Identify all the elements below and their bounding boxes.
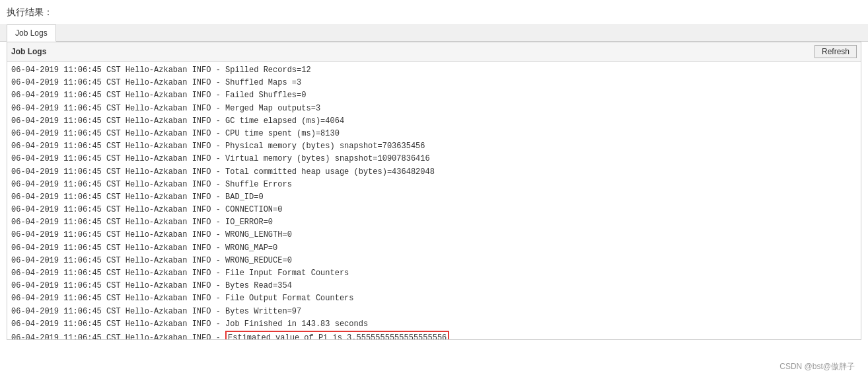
log-line: 06-04-2019 11:06:45 CST Hello-Azkaban IN… bbox=[11, 242, 857, 255]
log-line: 06-04-2019 11:06:45 CST Hello-Azkaban IN… bbox=[11, 166, 857, 179]
tab-bar: Job Logs bbox=[0, 24, 868, 42]
tab-job-logs[interactable]: Job Logs bbox=[7, 24, 56, 42]
log-line: 06-04-2019 11:06:45 CST Hello-Azkaban IN… bbox=[11, 255, 857, 267]
log-line: 06-04-2019 11:06:45 CST Hello-Azkaban IN… bbox=[11, 77, 857, 89]
log-line: 06-04-2019 11:06:45 CST Hello-Azkaban IN… bbox=[11, 216, 857, 229]
log-header-title: Job Logs bbox=[11, 47, 46, 56]
log-line: 06-04-2019 11:06:45 CST Hello-Azkaban IN… bbox=[11, 292, 857, 305]
log-line: 06-04-2019 11:06:45 CST Hello-Azkaban IN… bbox=[11, 331, 857, 339]
log-line: 06-04-2019 11:06:45 CST Hello-Azkaban IN… bbox=[11, 89, 857, 102]
log-line: 06-04-2019 11:06:45 CST Hello-Azkaban IN… bbox=[11, 179, 857, 191]
log-line: 06-04-2019 11:06:45 CST Hello-Azkaban IN… bbox=[11, 204, 857, 216]
log-line: 06-04-2019 11:06:45 CST Hello-Azkaban IN… bbox=[11, 103, 857, 115]
execution-title: 执行结果： bbox=[0, 7, 868, 24]
log-line: 06-04-2019 11:06:45 CST Hello-Azkaban IN… bbox=[11, 267, 857, 280]
log-line: 06-04-2019 11:06:45 CST Hello-Azkaban IN… bbox=[11, 153, 857, 165]
refresh-button[interactable]: Refresh bbox=[814, 45, 857, 58]
log-line: 06-04-2019 11:06:45 CST Hello-Azkaban IN… bbox=[11, 191, 857, 204]
log-line: 06-04-2019 11:06:45 CST Hello-Azkaban IN… bbox=[11, 318, 857, 331]
log-panel: Job Logs Refresh 06-04-2019 11:06:45 CST… bbox=[7, 42, 861, 340]
log-line: 06-04-2019 11:06:45 CST Hello-Azkaban IN… bbox=[11, 115, 857, 128]
log-line: 06-04-2019 11:06:45 CST Hello-Azkaban IN… bbox=[11, 229, 857, 241]
log-header: Job Logs Refresh bbox=[7, 42, 861, 62]
page-container: 执行结果： Job Logs Job Logs Refresh 06-04-20… bbox=[0, 0, 868, 340]
log-line: 06-04-2019 11:06:45 CST Hello-Azkaban IN… bbox=[11, 140, 857, 153]
log-line: 06-04-2019 11:06:45 CST Hello-Azkaban IN… bbox=[11, 306, 857, 318]
log-line: 06-04-2019 11:06:45 CST Hello-Azkaban IN… bbox=[11, 128, 857, 140]
log-line: 06-04-2019 11:06:45 CST Hello-Azkaban IN… bbox=[11, 64, 857, 77]
log-content[interactable]: 06-04-2019 11:06:45 CST Hello-Azkaban IN… bbox=[7, 62, 861, 339]
highlighted-log-line: Estimated value of Pi is 3.5555555555555… bbox=[225, 331, 449, 339]
log-line: 06-04-2019 11:06:45 CST Hello-Azkaban IN… bbox=[11, 280, 857, 292]
